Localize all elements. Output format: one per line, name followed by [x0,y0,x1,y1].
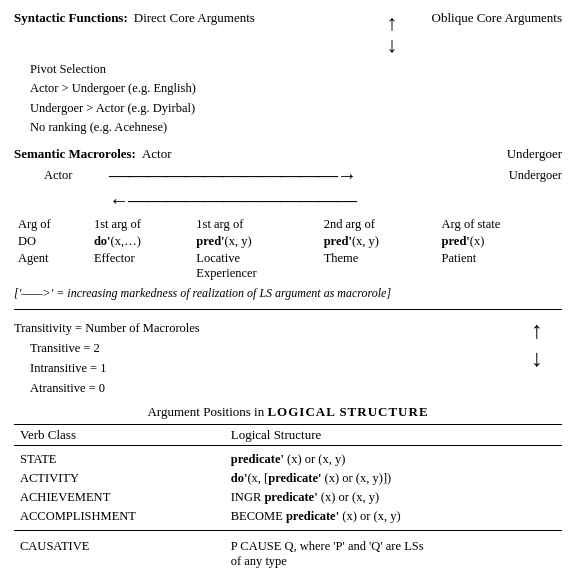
ls-row-accomplishment: ACCOMPLISHMENT BECOME predicate' (x) or … [14,507,562,531]
ls-row-activity: ACTIVITY do'(x, [predicate' (x) or (x, y… [14,469,562,488]
ls-accomplishment-class: ACCOMPLISHMENT [14,507,225,531]
ls-row-state: STATE predicate' (x) or (x, y) [14,445,562,469]
semantic-macroroles-label: Semantic Macroroles: [14,146,136,162]
oblique-core-col: Oblique Core Arguments [422,10,562,56]
left-arrow-icon: ←———————————— [109,189,472,212]
pivot-item-3: No ranking (e.g. Acehnese) [30,118,562,137]
ls-causative-class: CAUSATIVE [14,530,225,571]
oblique-core-label: Oblique Core Arguments [432,10,562,25]
arg-h2-1: DO [14,233,90,250]
arg-b4: Theme [320,250,438,282]
ls-heading-prefix: Argument Positions in [147,404,267,419]
ls-achievement-class: ACHIEVEMENT [14,488,225,507]
ls-accomplishment-structure: BECOME predicate' (x) or (x, y) [225,507,562,531]
semantic-macroroles-section: Semantic Macroroles: Actor Undergoer Act… [14,146,562,301]
transitivity-items: Transitive = 2 Intransitive = 1 Atransit… [14,338,512,398]
arg-h2-3: pred'(x, y) [192,233,319,250]
arg-table: Arg of 1st arg of 1st arg of 2nd arg of … [14,216,562,282]
arg-h1-4: 2nd arg of [320,216,438,233]
pivot-block: Pivot Selection Actor > Undergoer (e.g. … [14,60,562,138]
ls-note-arrow: '——>' [19,286,54,300]
arg-h1-2: 1st arg of [90,216,192,233]
vertical-arrow-col: ↑ ↓ [362,10,422,56]
arg-h1-5: Arg of state [438,216,562,233]
arrow-down-icon: ↓ [387,34,398,56]
arg-h2-5: pred'(x) [438,233,562,250]
ls-state-structure: predicate' (x) or (x, y) [225,445,562,469]
semantic-header-row: Semantic Macroroles: Actor Undergoer [14,146,562,162]
arg-h2-4: pred'(x, y) [320,233,438,250]
ls-heading-bold: LOGICAL STRUCTURE [267,404,428,419]
ls-row-achievement: ACHIEVEMENT INGR predicate' (x) or (x, y… [14,488,562,507]
ls-causative-structure: P CAUSE Q, where 'P' and 'Q' are LSsof a… [225,530,562,571]
arg-header-row1: Arg of 1st arg of 1st arg of 2nd arg of … [14,216,562,233]
pivot-title: Pivot Selection [30,60,562,79]
ls-activity-class: ACTIVITY [14,469,225,488]
direct-core-col: Direct Core Arguments [134,10,362,56]
transitivity-section: Transitivity = Number of Macroroles Tran… [14,318,562,398]
transitivity-label: Transitivity = Number of Macroroles [14,318,512,338]
semantic-roles-row: Actor Undergoer [142,146,562,162]
arg-body-row: Agent Effector LocativeExperiencer Theme… [14,250,562,282]
arg-b3: LocativeExperiencer [192,250,319,282]
arg-b2: Effector [90,250,192,282]
arg-header-row2: DO do'(x,…) pred'(x, y) pred'(x, y) pred… [14,233,562,250]
trans-arrow-up-icon: ↑ [531,318,543,342]
arg-h2-2: do'(x,…) [90,233,192,250]
undergoer-left-arrow-row: ←———————————— [14,189,562,212]
transitivity-arrow-col: ↑ ↓ [512,318,562,370]
actor-left-label: Actor [44,168,109,183]
syntactic-functions-label: Syntactic Functions: [14,10,128,26]
semantic-actor-label: Actor [142,146,172,162]
ls-achievement-structure: INGR predicate' (x) or (x, y) [225,488,562,507]
direct-core-label: Direct Core Arguments [134,10,255,25]
ls-col2-header: Logical Structure [225,424,562,445]
transitivity-text-block: Transitivity = Number of Macroroles Tran… [14,318,512,398]
pivot-item-1: Actor > Undergoer (e.g. English) [30,79,562,98]
trans-arrow-down-icon: ↓ [531,346,543,370]
transitive-item: Transitive = 2 [30,338,512,358]
right-arrow-icon: ————————————→ [109,164,472,187]
ls-note: ['——>' = increasing markedness of realiz… [14,286,562,301]
intransitive-item: Intransitive = 1 [30,358,512,378]
ls-activity-structure: do'(x, [predicate' (x) or (x, y)]) [225,469,562,488]
arg-b5: Patient [438,250,562,282]
syntactic-functions-section: Syntactic Functions: Direct Core Argumen… [14,10,562,138]
arg-h1-3: 1st arg of [192,216,319,233]
actor-right-arrow-row: Actor ————————————→ Undergoer [14,164,562,187]
ls-col1-header: Verb Class [14,424,225,445]
pivot-item-2: Undergoer > Actor (e.g. Dyirbal) [30,99,562,118]
double-vertical-arrow: ↑ ↓ [387,12,398,56]
semantic-undergoer-label: Undergoer [507,146,562,162]
ls-row-causative: CAUSATIVE P CAUSE Q, where 'P' and 'Q' a… [14,530,562,571]
divider-1 [14,309,562,310]
ls-table: Verb Class Logical Structure STATE predi… [14,424,562,571]
undergoer-right-label: Undergoer [472,168,562,183]
ls-table-header-row: Verb Class Logical Structure [14,424,562,445]
arg-h1-1: Arg of [14,216,90,233]
ls-heading: Argument Positions in LOGICAL STRUCTURE [14,404,562,420]
atransitive-item: Atransitive = 0 [30,378,512,398]
arg-b1: Agent [14,250,90,282]
arrow-up-icon: ↑ [387,12,398,34]
ls-state-class: STATE [14,445,225,469]
syntactic-columns: Direct Core Arguments ↑ ↓ Oblique Core A… [134,10,562,56]
